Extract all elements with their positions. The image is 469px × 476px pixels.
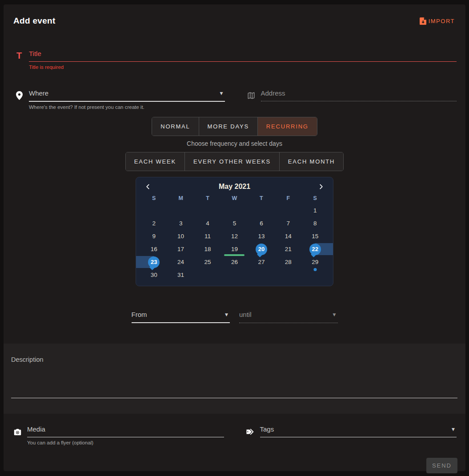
where-placeholder: Where — [29, 89, 48, 97]
tags-dropdown-arrow: ▼ — [452, 427, 457, 432]
calendar-day[interactable]: 14 — [275, 230, 301, 243]
calendar-day[interactable]: 27 — [248, 256, 275, 268]
from-select[interactable]: From ▼ — [132, 311, 230, 323]
tab-every-other-weeks[interactable]: EVERY OTHER WEEKS — [184, 152, 279, 171]
calendar-day[interactable]: 25 — [194, 256, 221, 268]
calendar-day[interactable]: 20 — [248, 243, 275, 256]
calendar-day[interactable]: 4 — [194, 217, 221, 230]
import-button[interactable]: IMPORT — [420, 17, 455, 25]
page-title: Add event — [13, 16, 56, 26]
calendar-day[interactable]: 29 — [302, 256, 329, 268]
description-panel: Description — [4, 344, 465, 414]
calendar-day[interactable]: 1 — [302, 204, 329, 217]
calendar-day[interactable]: 6 — [248, 217, 275, 230]
calendar-grid: 1234567891011121314151617181920212223242… — [140, 204, 329, 281]
tab-recurring[interactable]: RECURRING — [257, 117, 317, 136]
calendar-day-headers: SMTWTFS — [140, 192, 329, 204]
add-event-card: Add event IMPORT T Title Title is requir… — [4, 4, 465, 471]
calendar-day[interactable]: 22 — [302, 243, 329, 256]
tags-placeholder: Tags — [260, 425, 274, 433]
calendar-day[interactable]: 24 — [167, 256, 194, 268]
address-placeholder: Address — [261, 89, 285, 97]
calendar-day[interactable]: 19 — [221, 243, 248, 256]
tab-more-days[interactable]: MORE DAYS — [199, 117, 257, 136]
from-placeholder: From — [132, 311, 147, 318]
location-pin-icon — [13, 91, 25, 102]
calendar-day[interactable]: 17 — [167, 243, 194, 256]
calendar-day[interactable]: 12 — [221, 230, 248, 243]
calendar-header: May 2021 — [140, 181, 329, 192]
calendar-day-empty — [248, 268, 275, 281]
description-textarea[interactable] — [11, 398, 457, 398]
media-helper: You can add a flyer (optional) — [27, 440, 224, 445]
from-dropdown-arrow: ▼ — [225, 312, 230, 317]
address-input[interactable]: Address — [261, 89, 457, 101]
calendar-day[interactable]: 21 — [275, 243, 301, 256]
calendar-next-button[interactable] — [316, 183, 326, 191]
calendar-day[interactable]: 10 — [167, 230, 194, 243]
calendar-day[interactable]: 2 — [140, 217, 167, 230]
tab-each-month[interactable]: EACH MONTH — [279, 152, 343, 171]
calendar-day[interactable]: 5 — [221, 217, 248, 230]
media-input[interactable]: Media — [27, 425, 224, 437]
calendar-day[interactable]: 31 — [167, 268, 194, 281]
calendar-day[interactable]: 11 — [194, 230, 221, 243]
until-select[interactable]: until ▼ — [239, 311, 338, 323]
where-field-group: Where ▼ Where's the event? If not presen… — [13, 89, 225, 110]
where-select[interactable]: Where ▼ — [29, 89, 225, 102]
calendar-day-empty — [275, 204, 301, 217]
calendar-day-of-week: M — [167, 192, 194, 204]
import-file-icon — [420, 17, 426, 25]
until-placeholder: until — [239, 311, 252, 318]
calendar-prev-button[interactable] — [143, 183, 153, 191]
title-input[interactable]: Title — [29, 50, 457, 62]
calendar-day-empty — [194, 204, 221, 217]
frequency-tabs: EACH WEEK EVERY OTHER WEEKS EACH MONTH — [4, 152, 465, 171]
calendar-day-of-week: T — [248, 192, 275, 204]
calendar-day[interactable]: 8 — [302, 217, 329, 230]
tab-normal[interactable]: NORMAL — [152, 117, 198, 136]
header: Add event IMPORT — [4, 4, 465, 26]
tags-select[interactable]: Tags ▼ — [260, 425, 457, 437]
calendar-day-of-week: W — [221, 192, 248, 204]
calendar-day[interactable]: 16 — [140, 243, 167, 256]
calendar-day[interactable]: 23 — [140, 256, 167, 268]
import-label: IMPORT — [429, 18, 455, 24]
calendar-day[interactable]: 18 — [194, 243, 221, 256]
mode-tabs: NORMAL MORE DAYS RECURRING — [4, 117, 465, 136]
location-row: Where ▼ Where's the event? If not presen… — [13, 89, 457, 110]
tags-field-group: Tags ▼ — [245, 425, 457, 445]
where-helper: Where's the event? If not present you ca… — [29, 104, 225, 110]
calendar-day[interactable]: 15 — [302, 230, 329, 243]
camera-icon — [12, 428, 23, 437]
until-dropdown-arrow: ▼ — [333, 312, 338, 317]
where-dropdown-arrow: ▼ — [220, 91, 225, 96]
title-placeholder: Title — [29, 50, 41, 57]
calendar-day-of-week: F — [275, 192, 301, 204]
send-button[interactable]: SEND — [426, 458, 457, 473]
calendar-day[interactable]: 13 — [248, 230, 275, 243]
media-field-group: Media You can add a flyer (optional) — [12, 425, 224, 445]
calendar-day-of-week: S — [302, 192, 329, 204]
calendar-day-empty — [221, 204, 248, 217]
calendar-day[interactable]: 3 — [167, 217, 194, 230]
calendar-day[interactable]: 7 — [275, 217, 301, 230]
time-row: From ▼ until ▼ — [132, 311, 338, 323]
calendar-day[interactable]: 9 — [140, 230, 167, 243]
calendar-day-of-week: T — [194, 192, 221, 204]
calendar-day[interactable]: 30 — [140, 268, 167, 281]
address-field-group: Address — [245, 89, 457, 110]
calendar-day-empty — [140, 204, 167, 217]
title-error: Title is required — [29, 64, 457, 70]
calendar: May 2021 SMTWTFS 12345678910111213141516… — [136, 177, 333, 286]
day-event-dot — [313, 268, 317, 271]
calendar-day[interactable]: 26 — [221, 256, 248, 268]
description-label: Description — [11, 356, 457, 363]
media-tags-row: Media You can add a flyer (optional) Ta — [12, 425, 457, 445]
tab-each-week[interactable]: EACH WEEK — [126, 152, 184, 171]
send-row: SEND — [4, 445, 465, 473]
calendar-day-of-week: S — [140, 192, 167, 204]
calendar-day-empty — [167, 204, 194, 217]
calendar-month-title: May 2021 — [153, 183, 316, 191]
calendar-day[interactable]: 28 — [275, 256, 301, 268]
